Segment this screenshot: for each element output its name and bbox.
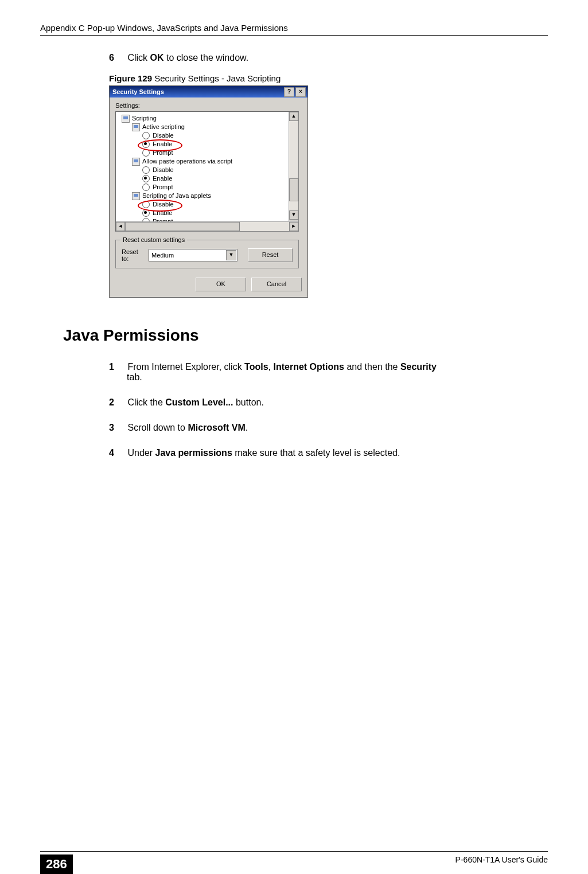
step-4: 4 Under Java permissions make sure that … (109, 448, 548, 458)
step-number: 4 (109, 448, 125, 458)
scroll-thumb[interactable] (289, 178, 298, 201)
dialog-title: Security Settings (111, 88, 283, 95)
step-text: From Internet Explorer, click (127, 362, 244, 372)
settings-label: Settings: (115, 102, 302, 109)
step-bold: Custom Level... (165, 397, 233, 407)
tree-node-java-applets: Scripting of Java applets (119, 192, 289, 200)
tree-label: Active scripting (142, 123, 185, 131)
step-1: 1 From Internet Explorer, click Tools, I… (109, 362, 548, 383)
radio-enable[interactable]: Enable (119, 174, 289, 183)
step-text: make sure that a safety level is selecte… (232, 448, 400, 458)
help-button[interactable]: ? (284, 87, 294, 97)
step-text-post: to close the window. (164, 53, 249, 63)
step-text: button. (233, 397, 264, 407)
step-text: tab. (124, 372, 142, 382)
radio-enable[interactable]: Enable (119, 140, 289, 149)
radio-label: Prompt (153, 183, 173, 192)
tree-label: Scripting (132, 114, 157, 123)
subnode-icon (132, 192, 140, 200)
reset-to-label: Reset to: (122, 248, 145, 262)
hscroll-thumb[interactable] (125, 222, 240, 231)
running-header: Appendix C Pop-up Windows, JavaScripts a… (40, 23, 288, 33)
radio-label: Disable (153, 131, 174, 140)
step-number: 3 (109, 423, 125, 433)
scroll-right-icon[interactable]: ► (289, 222, 298, 231)
step-number: 1 (109, 362, 125, 372)
radio-icon (142, 166, 150, 174)
step-number: 6 (109, 53, 125, 63)
groupbox-title: Reset custom settings (120, 236, 187, 243)
reset-button[interactable]: Reset (248, 248, 293, 262)
tree-node-allow-paste: Allow paste operations via script (119, 157, 289, 166)
scroll-up-icon[interactable]: ▲ (289, 112, 298, 121)
reset-groupbox: Reset custom settings Reset to: Medium ▼… (115, 240, 299, 268)
radio-icon (142, 132, 150, 139)
radio-prompt[interactable]: Prompt (119, 183, 289, 192)
radio-icon (142, 184, 150, 191)
step-bold: Internet Options (273, 362, 344, 372)
step-text: and then the (344, 362, 400, 372)
step-text: . (246, 423, 248, 432)
radio-label: Prompt (153, 149, 173, 157)
settings-tree[interactable]: Scripting Active scripting Disable Enabl… (115, 111, 299, 232)
vertical-scrollbar[interactable]: ▲ ▼ (289, 112, 298, 221)
radio-label: Disable (153, 166, 174, 174)
subnode-icon (132, 158, 140, 166)
reset-level-select[interactable]: Medium ▼ (149, 249, 237, 262)
page-number: 286 (40, 855, 73, 874)
combo-value: Medium (151, 252, 174, 259)
step-text-pre: Click (127, 53, 150, 63)
radio-icon (142, 175, 150, 182)
step-bold: Java permissions (155, 448, 232, 458)
tree-label: Scripting of Java applets (142, 192, 211, 200)
radio-disable[interactable]: Disable (119, 131, 289, 140)
radio-label: Enable (153, 174, 172, 183)
radio-disable[interactable]: Disable (119, 166, 289, 174)
step-text: Scroll down to (127, 423, 188, 432)
radio-icon (142, 149, 150, 157)
step-bold-ok: OK (150, 53, 164, 63)
radio-label: Enable (153, 209, 172, 217)
step-bold: Tools (244, 362, 268, 372)
step-text: Click the (127, 397, 165, 407)
subnode-icon (132, 123, 140, 131)
figure-caption: Figure 129 Security Settings - Java Scri… (109, 73, 548, 83)
section-heading-java-permissions: Java Permissions (63, 326, 548, 345)
tree-label: Allow paste operations via script (142, 157, 232, 166)
ok-button[interactable]: OK (196, 278, 246, 291)
step-bold: Microsoft VM (188, 423, 245, 432)
step-6: 6 Click OK to close the window. (109, 53, 548, 63)
figure-number: Figure 129 (109, 73, 152, 83)
scroll-track[interactable] (289, 121, 298, 210)
horizontal-scrollbar[interactable]: ◄ ► (116, 221, 298, 231)
scroll-down-icon[interactable]: ▼ (289, 210, 298, 220)
radio-prompt[interactable]: Prompt (119, 149, 289, 157)
scripting-icon (122, 115, 130, 123)
radio-icon (142, 209, 150, 217)
step-3: 3 Scroll down to Microsoft VM. (109, 423, 548, 433)
page-footer: 286 P-660N-T1A User's Guide (40, 851, 548, 874)
hscroll-track[interactable] (125, 222, 289, 231)
step-text: Under (127, 448, 155, 458)
guide-title: P-660N-T1A User's Guide (455, 855, 548, 864)
step-number: 2 (109, 397, 125, 408)
dialog-titlebar: Security Settings ? × (110, 86, 307, 97)
radio-enable[interactable]: Enable (119, 209, 289, 217)
step-bold: Security (400, 362, 437, 372)
cancel-button[interactable]: Cancel (251, 278, 302, 291)
radio-label: Disable (153, 200, 174, 209)
scroll-left-icon[interactable]: ◄ (116, 222, 125, 231)
step-2: 2 Click the Custom Level... button. (109, 397, 548, 408)
radio-icon (142, 201, 150, 208)
tree-node-active-scripting: Active scripting (119, 123, 289, 131)
radio-disable[interactable]: Disable (119, 200, 289, 209)
close-button[interactable]: × (295, 87, 306, 97)
security-settings-dialog: Security Settings ? × Settings: Scriptin… (109, 85, 308, 298)
radio-label: Enable (153, 140, 172, 149)
chevron-down-icon[interactable]: ▼ (226, 250, 236, 260)
radio-icon (142, 141, 150, 148)
figure-title: Security Settings - Java Scripting (152, 73, 281, 83)
tree-node-scripting: Scripting (119, 114, 289, 123)
